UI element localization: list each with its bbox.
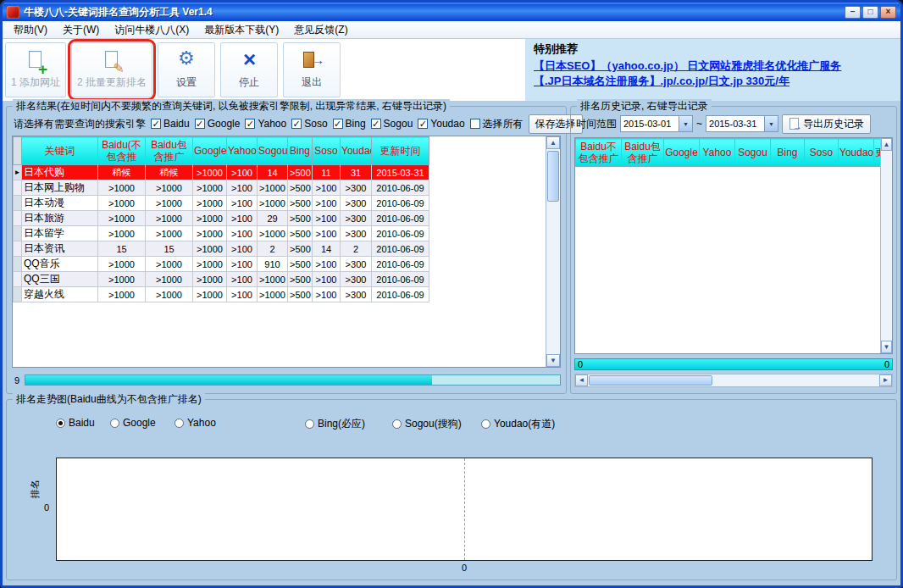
scroll-right-button[interactable] xyxy=(879,374,892,386)
engine-checkbox-google[interactable]: ✓Google xyxy=(195,118,241,130)
checkbox-icon: ✓ xyxy=(195,119,205,129)
table-row[interactable]: QQ音乐>1000>1000>1000>100910>500>100>30020… xyxy=(14,257,429,272)
scroll-thumb[interactable] xyxy=(589,375,712,386)
menu-item-5[interactable]: 意见反馈(Z) xyxy=(286,21,355,39)
maximize-button[interactable]: □ xyxy=(862,6,878,19)
date-from-combobox[interactable]: 2015-03-01 xyxy=(620,115,693,132)
column-header-1: 关键词 xyxy=(22,137,98,165)
cell: 2010-06-09 xyxy=(372,257,429,272)
cell: >100 xyxy=(313,226,341,241)
select-all-checkbox[interactable]: 选择所有 xyxy=(470,117,524,131)
close-button[interactable]: × xyxy=(880,6,896,19)
minimize-button[interactable]: – xyxy=(845,6,861,19)
add-site-button[interactable]: 1 添加网址 xyxy=(5,42,66,97)
scroll-left-button[interactable] xyxy=(575,374,588,386)
history-vertical-scrollbar[interactable] xyxy=(880,138,892,353)
scroll-thumb[interactable] xyxy=(25,375,431,385)
scroll-up-button[interactable] xyxy=(546,136,560,149)
cell: >1000 xyxy=(193,211,227,226)
history-caption: 排名历史记录, 右键导出记录 xyxy=(577,99,712,114)
cell: 11 xyxy=(313,165,341,180)
radio-yahoo[interactable]: Yahoo xyxy=(175,417,216,429)
checkbox-icon xyxy=(470,119,480,129)
export-history-button[interactable]: 导出历史记录 xyxy=(782,114,871,134)
engine-checkbox-baidu[interactable]: ✓Baidu xyxy=(151,118,190,130)
settings-button[interactable]: 设置 xyxy=(158,42,215,97)
chevron-down-icon[interactable] xyxy=(764,116,778,131)
cell: >1000 xyxy=(98,196,146,211)
menu-item-2[interactable]: 关于(W) xyxy=(55,21,107,39)
cell: >1000 xyxy=(146,287,193,302)
radio-bing[interactable]: Bing(必应) xyxy=(305,417,365,431)
trend-caption: 排名走势图(Baidu曲线为不包含推广排名) xyxy=(13,392,205,407)
keyword-cell: 日本旅游 xyxy=(22,211,98,226)
x-axis-tick: 0 xyxy=(462,563,467,573)
table-row[interactable]: QQ三国>1000>1000>1000>100>1000>500>100>300… xyxy=(14,272,429,287)
table-row[interactable]: ►日本代购稍候稍候>1000>10014>50011312015-03-31 xyxy=(14,165,429,180)
cell: >500 xyxy=(288,272,313,287)
chevron-down-icon[interactable] xyxy=(679,116,692,131)
date-to-combobox[interactable]: 2015-03-31 xyxy=(706,115,778,132)
keyword-cell: 日本留学 xyxy=(22,226,98,241)
table-row[interactable]: 日本动漫>1000>1000>1000>100>1000>500>100>300… xyxy=(14,196,429,211)
cell: >100 xyxy=(313,272,341,287)
scroll-up-button[interactable] xyxy=(881,138,892,151)
scroll-track[interactable] xyxy=(546,149,560,354)
engine-checkbox-sogou[interactable]: ✓Sogou xyxy=(371,118,413,130)
menu-item-4[interactable]: 最新版本下载(Y) xyxy=(197,21,286,39)
table-row[interactable]: 日本留学>1000>1000>1000>100>1000>500>100>300… xyxy=(14,226,429,241)
chart-dashed-line xyxy=(464,458,465,560)
scroll-track[interactable] xyxy=(881,151,892,341)
engine-checkbox-soso[interactable]: ✓Soso xyxy=(291,118,327,130)
cell: 2010-06-09 xyxy=(372,272,429,287)
engine-checkbox-yahoo[interactable]: ✓Yahoo xyxy=(245,118,286,130)
results-horizontal-scrollbar[interactable] xyxy=(25,374,561,386)
cell: >300 xyxy=(341,287,372,302)
checkbox-label: Google xyxy=(208,118,241,130)
results-vertical-scrollbar[interactable] xyxy=(546,136,560,367)
scroll-down-button[interactable] xyxy=(881,341,892,353)
history-horizontal-scrollbar[interactable] xyxy=(574,374,893,387)
title-bar: 牛楼八八-关键词排名查询分析工具 Ver1.4 – □ × xyxy=(3,3,900,21)
history-column-header-7: Soso xyxy=(805,139,839,167)
promo-link-2[interactable]: 【.JP日本域名注册服务】.jp/.co.jp/日文.jp 330元/年 xyxy=(534,74,892,89)
cell: 2 xyxy=(258,241,288,257)
table-row[interactable]: 日本资讯1515>1000>1002>5001422010-06-09 xyxy=(14,241,429,257)
table-row[interactable]: 穿越火线>1000>1000>1000>100>1000>500>100>300… xyxy=(14,287,429,302)
exit-button[interactable]: 退出 xyxy=(283,42,341,97)
cell: >500 xyxy=(288,226,313,241)
radio-baidu[interactable]: Baidu xyxy=(56,417,95,429)
scroll-down-button[interactable] xyxy=(546,354,560,367)
radio-label: Baidu xyxy=(69,417,95,429)
radio-google[interactable]: Google xyxy=(110,417,156,429)
column-header-10: 更新时间 xyxy=(372,137,429,165)
table-row[interactable]: 日本网上购物>1000>1000>1000>100>1000>500>100>3… xyxy=(14,180,429,196)
cell: >1000 xyxy=(98,272,146,287)
cell: >1000 xyxy=(193,287,227,302)
history-column-header-2: Baidu包含推广 xyxy=(622,139,664,167)
scroll-track[interactable] xyxy=(588,374,879,386)
table-row[interactable]: 日本旅游>1000>1000>1000>10029>500>100>300201… xyxy=(14,211,429,226)
radio-label: Youdao(有道) xyxy=(494,417,555,431)
cell: 15 xyxy=(146,241,193,257)
history-column-header-1: Baidu不包含推广 xyxy=(576,139,622,167)
history-column-header-5: Sogou xyxy=(735,139,771,167)
engine-checkboxes: ✓Baidu✓Google✓Yahoo✓Soso✓Bing✓Sogou✓Youd… xyxy=(151,117,524,131)
stop-button[interactable]: 停止 xyxy=(220,42,278,97)
radio-sogou[interactable]: Sogou(搜狗) xyxy=(392,417,462,431)
cell: >500 xyxy=(288,180,313,196)
engine-checkbox-youdao[interactable]: ✓Youdao xyxy=(418,118,464,130)
menu-item-1[interactable]: 帮助(V) xyxy=(6,21,55,39)
history-column-header-3: Google xyxy=(664,139,700,167)
menu-item-3[interactable]: 访问牛楼八八(X) xyxy=(107,21,197,39)
radio-youdao[interactable]: Youdao(有道) xyxy=(481,417,555,431)
batch-update-button[interactable]: 2 批量更新排名 xyxy=(71,42,152,97)
history-table-area: Baidu不包含推广Baidu包含推广GoogleYahooSogouBingS… xyxy=(575,138,880,353)
column-header-9: Youdao xyxy=(341,137,372,165)
cell: >100 xyxy=(313,180,341,196)
promo-link-1[interactable]: 【日本SEO】（yahoo.co.jp） 日文网站雅虎排名优化推广服务 xyxy=(534,58,892,74)
scroll-thumb[interactable] xyxy=(547,151,559,202)
cell: 15 xyxy=(98,241,146,257)
engine-checkbox-bing[interactable]: ✓Bing xyxy=(333,118,366,130)
cell: 稍候 xyxy=(146,165,193,180)
